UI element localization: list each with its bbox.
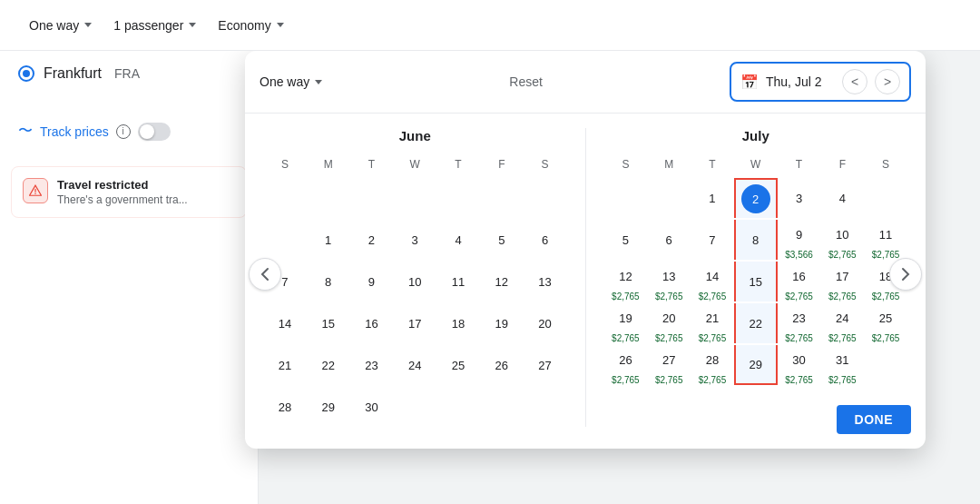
july-day-cell[interactable]: 10$2,765 xyxy=(820,220,864,260)
july-day-cell[interactable]: 3 xyxy=(778,178,821,218)
june-day-cell[interactable]: 13 xyxy=(524,262,567,301)
jul-wd-s2: S xyxy=(864,154,907,174)
june-day-cell[interactable]: 23 xyxy=(350,345,394,385)
june-day-cell[interactable]: 21 xyxy=(263,345,307,385)
jul-wd-s1: S xyxy=(604,154,648,174)
cal-prev-month-button[interactable] xyxy=(249,258,281,291)
june-day-cell[interactable]: 16 xyxy=(350,303,394,343)
class-dropdown[interactable]: Economy xyxy=(211,13,290,38)
july-day-cell[interactable]: 4 xyxy=(820,178,864,218)
july-day-cell[interactable]: 13$2,765 xyxy=(647,262,691,301)
reset-button[interactable]: Reset xyxy=(509,74,543,89)
july-day-cell[interactable]: 17$2,765 xyxy=(820,262,864,301)
track-prices-toggle[interactable] xyxy=(138,123,171,141)
july-day-cell[interactable]: 14$2,765 xyxy=(691,262,734,301)
july-day-cell[interactable]: 16$2,765 xyxy=(778,262,821,301)
july-day-cell[interactable]: 7 xyxy=(691,220,734,260)
july-day-cell[interactable]: 20$2,765 xyxy=(647,303,691,343)
june-day-cell[interactable]: 28 xyxy=(263,387,307,427)
june-day-cell[interactable]: 8 xyxy=(307,262,350,301)
june-day-number: 30 xyxy=(357,392,386,421)
july-day-price: $2,765 xyxy=(699,292,727,301)
july-day-cell[interactable]: 24$2,765 xyxy=(820,303,864,343)
june-day-cell[interactable]: 29 xyxy=(307,387,350,427)
july-day-cell[interactable]: 30$2,765 xyxy=(778,345,821,385)
june-day-cell[interactable]: 20 xyxy=(524,303,567,343)
july-day-cell[interactable]: 25$2,765 xyxy=(864,303,907,343)
june-day-cell[interactable]: 6 xyxy=(524,220,567,260)
july-day-cell[interactable]: 22 xyxy=(734,303,778,343)
one-way-chevron-icon xyxy=(84,23,92,27)
july-day-cell[interactable]: 21$2,765 xyxy=(691,303,734,343)
june-day-cell xyxy=(436,178,480,218)
june-day-number xyxy=(444,183,473,212)
july-day-cell[interactable]: 11$2,765 xyxy=(864,220,907,260)
june-day-cell[interactable]: 4 xyxy=(436,220,480,260)
june-day-number xyxy=(487,183,516,212)
cal-next-month-button[interactable] xyxy=(889,258,922,291)
june-day-number xyxy=(357,183,386,212)
jul-wd-t2: T xyxy=(778,154,821,174)
july-day-cell[interactable]: 19$2,765 xyxy=(604,303,648,343)
july-day-cell[interactable]: 28$2,765 xyxy=(691,345,734,385)
june-day-number xyxy=(270,183,299,212)
july-day-number: 23 xyxy=(785,303,814,332)
travel-restricted-title: Travel restricted xyxy=(57,178,188,192)
june-day-number xyxy=(314,183,343,212)
july-day-number: 25 xyxy=(871,303,900,332)
june-day-cell[interactable]: 15 xyxy=(307,303,350,343)
class-label: Economy xyxy=(218,18,270,33)
june-day-cell[interactable]: 18 xyxy=(436,303,480,343)
june-day-cell[interactable]: 1 xyxy=(307,220,350,260)
july-day-cell[interactable]: 8 xyxy=(734,220,778,260)
july-day-cell[interactable]: 29 xyxy=(734,345,778,385)
june-day-cell[interactable]: 9 xyxy=(350,262,394,301)
june-day-cell[interactable]: 19 xyxy=(480,303,524,343)
july-day-cell[interactable]: 1 xyxy=(691,178,734,218)
july-day-cell[interactable]: 27$2,765 xyxy=(647,345,691,385)
june-day-cell[interactable]: 14 xyxy=(263,303,307,343)
june-day-cell[interactable]: 10 xyxy=(393,262,436,301)
july-day-cell[interactable]: 5 xyxy=(604,220,648,260)
june-day-number: 1 xyxy=(314,225,343,254)
one-way-dropdown[interactable]: One way xyxy=(22,13,99,38)
july-day-number: 11 xyxy=(871,220,900,249)
june-day-number xyxy=(487,392,516,421)
june-day-cell[interactable]: 11 xyxy=(436,262,480,301)
july-day-number: 21 xyxy=(698,303,727,332)
june-day-cell[interactable]: 27 xyxy=(524,345,567,385)
june-day-cell[interactable]: 25 xyxy=(436,345,480,385)
july-day-cell[interactable]: 6 xyxy=(647,220,691,260)
passenger-dropdown[interactable]: 1 passenger xyxy=(106,13,203,38)
july-day-cell[interactable]: 15 xyxy=(734,262,778,301)
june-day-cell[interactable]: 17 xyxy=(393,303,436,343)
july-day-cell[interactable]: 2 xyxy=(734,178,778,218)
jul-wd-m1: M xyxy=(647,154,691,174)
june-day-cell[interactable]: 5 xyxy=(480,220,524,260)
july-day-cell[interactable]: 31$2,765 xyxy=(820,345,864,385)
june-day-cell[interactable]: 22 xyxy=(307,345,350,385)
july-day-number xyxy=(611,183,640,212)
done-button[interactable]: DONE xyxy=(837,405,911,434)
july-day-cell[interactable]: 9$3,566 xyxy=(778,220,821,260)
june-day-cell[interactable]: 2 xyxy=(350,220,394,260)
june-day-cell[interactable]: 3 xyxy=(393,220,436,260)
july-day-number: 31 xyxy=(828,345,857,374)
june-day-cell[interactable]: 12 xyxy=(480,262,524,301)
class-chevron-icon xyxy=(277,23,284,27)
june-day-cell[interactable]: 30 xyxy=(350,387,394,427)
info-icon[interactable]: i xyxy=(116,124,131,139)
june-day-number xyxy=(400,392,429,421)
date-input-box[interactable]: 📅 Thu, Jul 2 < > xyxy=(730,62,911,102)
july-day-cell[interactable]: 23$2,765 xyxy=(778,303,821,343)
origin-radio[interactable] xyxy=(18,65,34,82)
june-day-cell[interactable]: 24 xyxy=(393,345,436,385)
july-day-number: 17 xyxy=(828,262,857,291)
june-day-cell xyxy=(350,178,394,218)
july-days-grid: 123456789$3,56610$2,76511$2,76512$2,7651… xyxy=(604,178,908,385)
july-day-cell[interactable]: 12$2,765 xyxy=(604,262,648,301)
date-next-button[interactable]: > xyxy=(875,69,900,94)
july-day-cell[interactable]: 26$2,765 xyxy=(604,345,648,385)
june-day-cell[interactable]: 26 xyxy=(480,345,524,385)
date-prev-button[interactable]: < xyxy=(842,69,867,94)
